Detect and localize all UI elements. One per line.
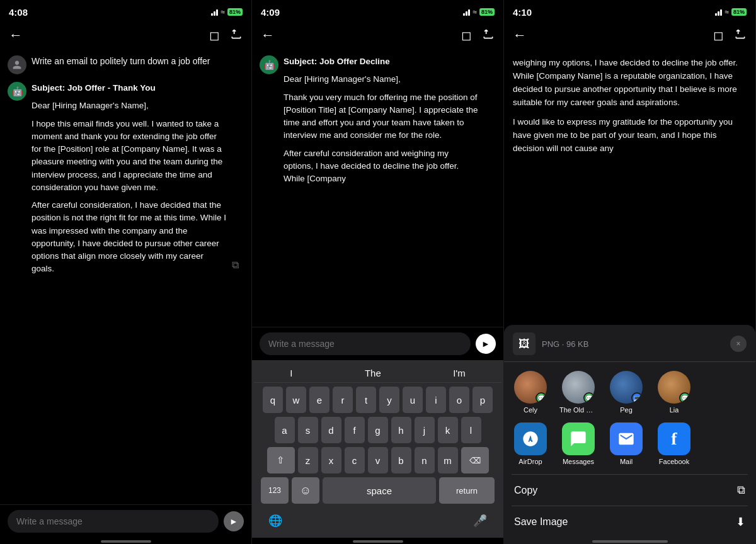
key-j[interactable]: j bbox=[415, 417, 435, 443]
contact-avatar-lia: 💬 bbox=[658, 371, 690, 404]
panel-1: 4:08 ≈ 81% ← ◻ bbox=[0, 0, 252, 544]
app-mail[interactable]: Mail bbox=[607, 422, 645, 465]
user-message-1: Write an email to politely turn down a j… bbox=[8, 55, 244, 74]
message-input-2[interactable] bbox=[260, 332, 471, 355]
copy-icon-1[interactable]: ⧉ bbox=[232, 259, 239, 271]
key-globe[interactable]: 🌐 bbox=[261, 507, 289, 534]
key-shift[interactable]: ⇧ bbox=[267, 447, 295, 473]
status-time-3: 4:10 bbox=[513, 7, 532, 18]
share-icon-1[interactable] bbox=[230, 28, 243, 43]
home-indicator-3 bbox=[592, 540, 668, 543]
key-u[interactable]: u bbox=[403, 387, 423, 413]
key-z[interactable]: z bbox=[298, 447, 318, 473]
copy-action[interactable]: Copy ⧉ bbox=[512, 475, 748, 506]
status-icons-3: ≈ 81% bbox=[715, 8, 747, 16]
message-input-1[interactable] bbox=[8, 510, 219, 533]
contact-badge-oldgang: 💬 bbox=[583, 392, 595, 404]
app-messages[interactable]: Messages bbox=[559, 422, 597, 465]
chat-area-1: Write an email to politely turn down a j… bbox=[0, 50, 251, 504]
key-a[interactable]: a bbox=[275, 417, 295, 443]
send-button-2[interactable]: ► bbox=[476, 334, 496, 354]
key-b[interactable]: b bbox=[391, 447, 411, 473]
airdrop-icon bbox=[514, 422, 547, 455]
key-n[interactable]: n bbox=[415, 447, 435, 473]
contact-lia[interactable]: 💬 Lia bbox=[655, 371, 693, 414]
key-l[interactable]: l bbox=[461, 417, 481, 443]
key-space[interactable]: space bbox=[323, 477, 436, 504]
key-return[interactable]: return bbox=[439, 477, 495, 504]
share-actions: Copy ⧉ Save Image ⬇ bbox=[512, 474, 748, 538]
ai-bubble-2: Subject: Job Offer Decline Dear [Hiring … bbox=[284, 55, 479, 185]
save-action-icon: ⬇ bbox=[736, 515, 745, 529]
key-s[interactable]: s bbox=[298, 417, 318, 443]
nav-actions-2: ◻ bbox=[461, 28, 495, 43]
key-v[interactable]: v bbox=[368, 447, 388, 473]
speaker-icon-2[interactable]: ◻ bbox=[461, 28, 472, 43]
panel-2: 4:09 ≈ 81% ← ◻ 🤖 bbox=[252, 0, 504, 544]
key-i[interactable]: i bbox=[426, 387, 446, 413]
app-facebook[interactable]: f Facebook bbox=[655, 422, 693, 465]
back-button-1[interactable]: ← bbox=[9, 27, 23, 43]
key-num[interactable]: 123 bbox=[261, 477, 289, 504]
share-close-button[interactable]: × bbox=[730, 336, 747, 352]
contact-name-peg: Peg bbox=[620, 406, 633, 414]
share-contacts-row: 💬 Cely 💬 The Old Gang-a... 💻 Peg bbox=[504, 362, 755, 422]
nav-bar-1: ← ◻ bbox=[0, 23, 251, 50]
contact-cely[interactable]: 💬 Cely bbox=[512, 371, 549, 414]
key-w[interactable]: w bbox=[286, 387, 306, 413]
key-row-3: ⇧ z x c v b n m ⌫ bbox=[254, 447, 501, 473]
key-m[interactable]: m bbox=[438, 447, 458, 473]
key-h[interactable]: h bbox=[391, 417, 411, 443]
input-bar-2: ► bbox=[252, 327, 503, 360]
contact-badge-cely: 💬 bbox=[536, 392, 547, 404]
signal-icon-2 bbox=[463, 8, 470, 16]
key-mic[interactable]: 🎤 bbox=[466, 507, 494, 534]
app-name-messages: Messages bbox=[563, 458, 594, 465]
speaker-icon-3[interactable]: ◻ bbox=[713, 28, 724, 43]
send-button-1[interactable]: ► bbox=[224, 511, 244, 531]
ai-message-1: 🤖 Subject: Job Offer - Thank You Dear [H… bbox=[8, 82, 244, 276]
nav-bar-3: ← ◻ bbox=[504, 23, 755, 50]
panel-3: 4:10 ≈ 81% ← ◻ weighing my options, I h bbox=[504, 0, 756, 544]
speaker-icon-1[interactable]: ◻ bbox=[209, 28, 220, 43]
nav-actions-1: ◻ bbox=[209, 28, 243, 43]
wifi-icon-2: ≈ bbox=[472, 8, 477, 16]
facebook-icon: f bbox=[658, 422, 690, 455]
key-g[interactable]: g bbox=[368, 417, 388, 443]
share-icon-3[interactable] bbox=[734, 28, 747, 43]
status-time-2: 4:09 bbox=[261, 7, 280, 18]
key-y[interactable]: y bbox=[379, 387, 399, 413]
input-bar-1: ► bbox=[0, 504, 251, 538]
contact-avatar-cely: 💬 bbox=[514, 371, 547, 404]
home-indicator-1 bbox=[101, 540, 151, 543]
key-t[interactable]: t bbox=[356, 387, 376, 413]
key-k[interactable]: k bbox=[438, 417, 458, 443]
copy-action-icon: ⧉ bbox=[737, 484, 745, 497]
key-emoji[interactable]: ☺ bbox=[292, 477, 319, 504]
user-bubble-1: Write an email to politely turn down a j… bbox=[32, 55, 210, 68]
status-bar-1: 4:08 ≈ 81% bbox=[0, 0, 251, 23]
key-delete[interactable]: ⌫ bbox=[461, 447, 489, 473]
save-image-action[interactable]: Save Image ⬇ bbox=[512, 506, 748, 538]
key-o[interactable]: o bbox=[449, 387, 469, 413]
battery-3: 81% bbox=[731, 8, 747, 16]
signal-icon-1 bbox=[211, 8, 218, 16]
key-r[interactable]: r bbox=[333, 387, 353, 413]
app-airdrop[interactable]: AirDrop bbox=[512, 422, 549, 465]
key-e[interactable]: e bbox=[309, 387, 329, 413]
key-row-1: q w e r t y u i o p bbox=[254, 387, 501, 413]
key-x[interactable]: x bbox=[321, 447, 341, 473]
contact-oldgang[interactable]: 💬 The Old Gang-a... bbox=[559, 371, 597, 414]
contact-peg[interactable]: 💻 Peg bbox=[607, 371, 645, 414]
key-f[interactable]: f bbox=[345, 417, 365, 443]
app-name-facebook: Facebook bbox=[659, 458, 689, 465]
back-button-3[interactable]: ← bbox=[513, 27, 527, 43]
key-c[interactable]: c bbox=[345, 447, 365, 473]
back-button-2[interactable]: ← bbox=[261, 27, 275, 43]
key-q[interactable]: q bbox=[263, 387, 283, 413]
share-icon-2[interactable] bbox=[482, 28, 495, 43]
battery-2: 81% bbox=[479, 8, 495, 16]
ai-avatar-1: 🤖 bbox=[8, 82, 26, 101]
key-d[interactable]: d bbox=[321, 417, 341, 443]
key-p[interactable]: p bbox=[472, 387, 493, 413]
